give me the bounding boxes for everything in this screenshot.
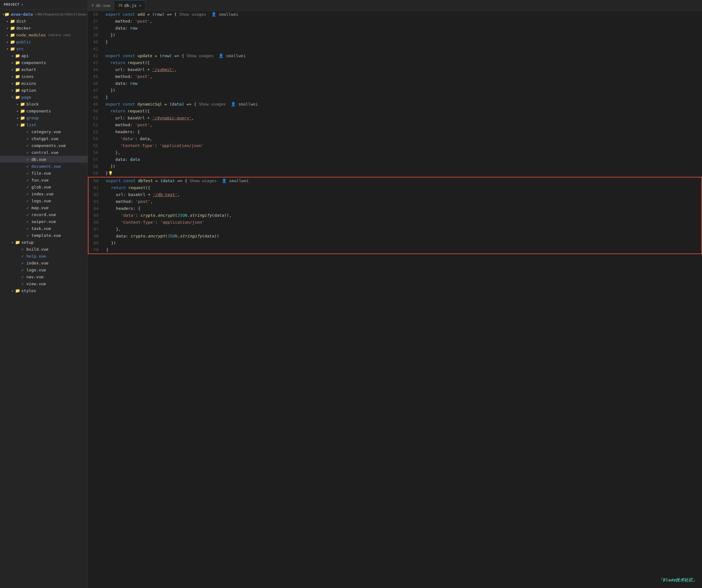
- tree-item-glob.vue[interactable]: ✓ glob.vue: [0, 183, 88, 190]
- expand-arrow: ▸: [10, 61, 15, 65]
- tree-item-help.vue[interactable]: ✓ help.vue: [0, 253, 88, 260]
- tree-item-dist[interactable]: ▸ 📁 dist: [0, 18, 88, 24]
- tree-item-components.vue[interactable]: ✓ components.vue: [0, 142, 88, 149]
- line-content: method: 'post',: [104, 198, 701, 205]
- token-op: method:: [106, 74, 135, 79]
- tree-item-index2.vue[interactable]: ✓ index.vue: [0, 260, 88, 266]
- token-user: 👤 smallwei: [222, 178, 249, 183]
- token-op: ,: [150, 122, 152, 127]
- tree-item-build.vue[interactable]: ✓ build.vue: [0, 246, 88, 253]
- tree-item-fun.vue[interactable]: ✓ fun.vue: [0, 177, 88, 183]
- tree-item-template.vue[interactable]: ✓ template.vue: [0, 232, 88, 239]
- token-op: [106, 143, 120, 148]
- tree-item-styles[interactable]: ▸ 📁 styles: [0, 287, 88, 294]
- expand-arrow: ▸: [10, 75, 15, 78]
- tab-db-vue[interactable]: V db.vue: [88, 0, 115, 11]
- tree-item-list[interactable]: ▾ 📁 list: [0, 121, 88, 128]
- code-line-56: 56 },: [88, 149, 702, 156]
- tree-item-docker[interactable]: ▸ 📁 docker: [0, 24, 88, 31]
- line-content: method: 'post',: [103, 18, 702, 25]
- line-number: 56: [88, 149, 103, 156]
- tree-item-label: help.vue: [26, 254, 46, 259]
- tree-item-echart[interactable]: ▸ 📁 echart: [0, 66, 88, 73]
- code-line-52: 52 method: 'post',: [88, 121, 702, 128]
- tree-item-group[interactable]: ▸ 📁 group: [0, 114, 88, 121]
- tree-item-option[interactable]: ▸ 📁 option: [0, 87, 88, 94]
- expand-arrow: ▸: [15, 116, 20, 120]
- tree-item-src[interactable]: ▾ 📁 src: [0, 45, 88, 52]
- folder-icon: 📁: [10, 33, 15, 37]
- tree-item-control.vue[interactable]: ✓ control.vue: [0, 149, 88, 156]
- tree-item-label: styles: [21, 288, 36, 293]
- tree-item-api[interactable]: ▸ 📁 api: [0, 52, 88, 59]
- tree-item-block[interactable]: ▸ 📁 block: [0, 101, 88, 107]
- tree-item-nav.vue[interactable]: ✓ nav.vue: [0, 273, 88, 280]
- tree-item-file.vue[interactable]: ✓ file.vue: [0, 170, 88, 177]
- tree-item-swiper.vue[interactable]: ✓ swiper.vue: [0, 218, 88, 225]
- code-line-38: 38 data: row: [88, 25, 702, 32]
- token-op: url: baseUrl +: [106, 192, 153, 197]
- line-content: export const dynamicSql = (data) => { Sh…: [103, 101, 702, 108]
- token-str: 'Content-Type': [121, 220, 155, 224]
- tree-root[interactable]: ▾ 📁 avue-data ~/Workspaces/product/avue-…: [0, 11, 88, 18]
- tree-item-mixins[interactable]: ▸ 📁 mixins: [0, 80, 88, 87]
- token-op: :: [155, 220, 160, 224]
- tree-item-logs.vue[interactable]: ✓ logs.vue: [0, 197, 88, 204]
- tree-item-chatgpt.vue[interactable]: ✓ chatgpt.vue: [0, 135, 88, 142]
- expand-arrow: ▸: [10, 240, 15, 244]
- token-op: (: [165, 234, 168, 238]
- close-tab-button[interactable]: ×: [139, 3, 141, 8]
- highlight-block: 60export const dbTest = (data) => { Show…: [88, 177, 702, 254]
- tree-item-category.vue[interactable]: ✓ category.vue: [0, 128, 88, 135]
- token-str-link: '/dynamic-query': [152, 116, 192, 120]
- tree-item-setup[interactable]: ▸ 📁 setup: [0, 239, 88, 246]
- line-content: data: data: [103, 156, 702, 163]
- code-line-55: 55 'Content-Type': 'application/json': [88, 142, 702, 149]
- folder-icon: 📁: [15, 240, 20, 245]
- line-content: }💡: [103, 170, 702, 177]
- tree-item-record.vue[interactable]: ✓ record.vue: [0, 211, 88, 218]
- tree-item-document.vue[interactable]: ✓ document.vue: [0, 163, 88, 170]
- tree-item-label: template.vue: [31, 233, 61, 238]
- folder-icon: 📁: [15, 54, 20, 58]
- tree-item-task.vue[interactable]: ✓ task.vue: [0, 225, 88, 232]
- code-line-39: 39 }): [88, 32, 702, 39]
- line-content: export const dbTest = (data) => { Show u…: [104, 178, 701, 184]
- token-op: method:: [106, 122, 135, 127]
- line-content: headers: {: [104, 205, 701, 212]
- tree-item-view.vue[interactable]: ✓ view.vue: [0, 280, 88, 287]
- code-line-59: 59}💡: [88, 170, 702, 177]
- expand-arrow: ▸: [10, 54, 15, 58]
- tree-item-page[interactable]: ▾ 📁 page: [0, 94, 88, 101]
- line-number: 61: [89, 184, 104, 191]
- vue-icon: ✓: [25, 171, 30, 176]
- code-line-61: 61 return request({: [89, 184, 701, 191]
- code-area[interactable]: 34export const add = (row) => { Show usa…: [88, 11, 702, 588]
- expand-arrow: ▸: [10, 89, 15, 92]
- tree-item-logo.vue[interactable]: ✓ logo.vue: [0, 266, 88, 273]
- token-op: ,: [178, 192, 180, 197]
- code-line-70: 70}: [89, 247, 701, 254]
- tree-item-components[interactable]: ▸ 📁 components: [0, 59, 88, 66]
- tree-item-index.vue[interactable]: ✓ index.vue: [0, 190, 88, 197]
- expand-arrow: ▸: [10, 289, 15, 292]
- token-op: [106, 213, 121, 218]
- token-kw: export: [106, 12, 120, 17]
- tree-item-icons[interactable]: ▸ 📁 icons: [0, 73, 88, 80]
- expand-arrow: ▾: [10, 95, 15, 99]
- token-op: data:: [106, 81, 130, 86]
- line-number: 69: [89, 240, 104, 247]
- tree-item-node_modules[interactable]: ▸ 📁 node_modules library root: [0, 31, 88, 38]
- sidebar-tree[interactable]: ▾ 📁 avue-data ~/Workspaces/product/avue-…: [0, 9, 88, 588]
- code-line-40: 40}: [88, 39, 702, 45]
- tree-item-map.vue[interactable]: ✓ map.vue: [0, 204, 88, 211]
- token-op: .: [187, 213, 190, 218]
- tree-item-db.vue[interactable]: ✓ db.vue: [0, 156, 88, 163]
- token-op: .: [145, 234, 148, 238]
- root-path: ~/Workspaces/product/avue-dat...: [34, 12, 88, 16]
- tree-item-public[interactable]: ▸ 📁 public: [0, 38, 88, 45]
- expand-arrow: ▸: [5, 33, 10, 37]
- token-fn: request: [127, 109, 145, 113]
- tree-item-components2[interactable]: ▸ 📁 components: [0, 107, 88, 114]
- tab-db-js[interactable]: JS db.js ×: [115, 0, 146, 11]
